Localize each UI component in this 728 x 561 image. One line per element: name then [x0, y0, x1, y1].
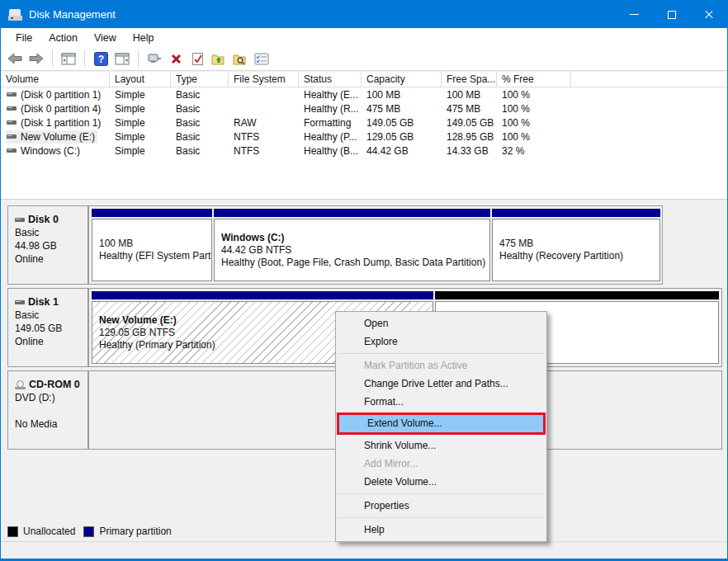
volume-icon: [7, 92, 17, 97]
partition-windows-c[interactable]: Windows (C:) 44.42 GB NTFS Healthy (Boot…: [214, 209, 490, 281]
partition-size: 475 MB: [499, 238, 653, 250]
menu-item-shrink-volume[interactable]: Shrink Volume...: [336, 436, 546, 455]
window-title: Disk Management: [29, 8, 116, 21]
partition-efi[interactable]: 100 MB Healthy (EFI System Parti: [92, 209, 212, 281]
folder-up-icon[interactable]: [210, 50, 227, 67]
col-free-space[interactable]: Free Spa...: [442, 72, 497, 87]
primary-partition-bar: [492, 209, 660, 217]
disk1-label[interactable]: Disk 1 Basic 149.05 GB Online: [7, 288, 88, 367]
col-volume[interactable]: Volume: [1, 72, 110, 87]
monitor-icon[interactable]: [146, 50, 163, 67]
col-file-system[interactable]: File System: [229, 72, 299, 87]
unallocated-bar: [435, 291, 719, 299]
help-icon[interactable]: ?: [92, 50, 109, 67]
cdrom-label[interactable]: CD-ROM 0 DVD (D:) No Media: [7, 370, 88, 450]
menu-item-format[interactable]: Format...: [336, 393, 546, 411]
cdrom-name: CD-ROM 0: [29, 378, 80, 391]
disk-icon: [15, 218, 25, 222]
layout-cell: Simple: [110, 117, 171, 129]
cd-icon: [15, 380, 26, 389]
type-cell: Basic: [171, 145, 229, 157]
menu-item-change-drive-letter[interactable]: Change Drive Letter and Paths...: [336, 375, 546, 393]
volume-name-cell: Windows (C:): [1, 144, 110, 158]
col-layout[interactable]: Layout: [110, 72, 171, 87]
partition-context-menu: Open Explore Mark Partition as Active Ch…: [335, 311, 547, 542]
menu-action[interactable]: Action: [40, 30, 86, 46]
cdrom-type: DVD (D:): [15, 391, 83, 404]
table-row[interactable]: (Disk 1 partition 1) Simple Basic RAW Fo…: [1, 116, 727, 130]
menu-view[interactable]: View: [86, 30, 125, 46]
show-console-tree-icon[interactable]: [60, 50, 77, 67]
pct-free-cell: 100 %: [497, 89, 571, 101]
table-row[interactable]: Windows (C:) Simple Basic NTFS Healthy (…: [1, 144, 727, 158]
volume-icon: [7, 106, 17, 111]
status-cell: Healthy (E...: [299, 89, 362, 101]
checklist-icon[interactable]: [253, 50, 270, 67]
menu-separator: [338, 493, 545, 494]
menu-item-properties[interactable]: Properties: [336, 497, 546, 515]
title-bar: Disk Management: [1, 1, 727, 28]
free-space-cell: 100 MB: [442, 89, 497, 101]
menu-bar: File Action View Help: [1, 28, 727, 47]
check-document-icon[interactable]: [189, 50, 206, 67]
disk-status: Online: [15, 335, 83, 348]
col-capacity[interactable]: Capacity: [362, 72, 442, 87]
free-space-cell: 475 MB: [442, 103, 497, 115]
disk0-label[interactable]: Disk 0 Basic 44.98 GB Online: [7, 205, 88, 285]
volume-name: (Disk 1 partition 1): [21, 117, 101, 129]
menu-file[interactable]: File: [7, 30, 40, 46]
partition-size: 100 MB: [99, 238, 205, 250]
status-cell: Healthy (R...: [299, 103, 362, 115]
menu-item-delete-volume[interactable]: Delete Volume...: [336, 473, 546, 491]
volume-icon: [7, 134, 17, 139]
col-pct-free[interactable]: % Free: [497, 72, 571, 87]
show-action-pane-icon[interactable]: [114, 50, 130, 67]
close-button[interactable]: [690, 1, 727, 28]
table-row[interactable]: (Disk 0 partition 4) Simple Basic Health…: [1, 101, 727, 116]
partition-status: Healthy (Boot, Page File, Crash Dump, Ba…: [221, 257, 483, 269]
disk0-graph: 100 MB Healthy (EFI System Parti Windows…: [88, 205, 663, 285]
partition-recovery[interactable]: 475 MB Healthy (Recovery Partition): [492, 209, 660, 281]
table-row-selected[interactable]: New Volume (E:) Simple Basic NTFS Health…: [1, 130, 727, 144]
col-status[interactable]: Status: [299, 72, 362, 87]
maximize-icon: [668, 11, 676, 19]
col-type[interactable]: Type: [171, 72, 229, 87]
volume-name: (Disk 0 partition 1): [21, 89, 101, 101]
disk-management-window: Disk Management File Action View Help ?: [0, 0, 728, 561]
status-cell: Healthy (P...: [299, 131, 362, 143]
disk-icon: [15, 300, 25, 304]
volume-icon: [7, 148, 17, 153]
primary-partition-bar: [214, 209, 490, 217]
volume-name: (Disk 0 partition 4): [21, 103, 101, 115]
primary-partition-bar: [92, 291, 433, 299]
folder-search-icon[interactable]: [232, 50, 248, 67]
table-row[interactable]: (Disk 0 partition 1) Simple Basic Health…: [1, 87, 727, 101]
legend-unallocated: Unallocated: [7, 526, 75, 537]
close-icon: [704, 10, 714, 20]
cdrom-status: No Media: [15, 417, 83, 431]
type-cell: Basic: [171, 103, 229, 115]
minimize-button[interactable]: [616, 1, 653, 28]
maximize-button[interactable]: [653, 1, 690, 28]
primary-partition-swatch: [83, 526, 94, 537]
volume-name-cell: (Disk 1 partition 1): [1, 116, 110, 130]
disk-status: Online: [15, 252, 83, 266]
menu-item-extend-volume[interactable]: Extend Volume...: [339, 415, 543, 432]
disk-size: 44.98 GB: [15, 239, 83, 252]
col-empty: [571, 72, 727, 87]
disk-type: Basic: [15, 226, 83, 239]
menu-help[interactable]: Help: [125, 30, 163, 46]
partition-size: 44.42 GB NTFS: [221, 244, 483, 257]
forward-icon[interactable]: [28, 50, 45, 67]
disk-drive-icon: [8, 9, 22, 21]
menu-item-help[interactable]: Help: [336, 521, 546, 539]
volume-table-header: Volume Layout Type File System Status Ca…: [1, 72, 727, 87]
file-system-cell: NTFS: [229, 131, 299, 143]
toolbar-separator: [84, 50, 85, 67]
menu-item-open[interactable]: Open: [336, 314, 546, 332]
back-icon[interactable]: [7, 50, 23, 67]
free-space-cell: 14.33 GB: [442, 145, 497, 157]
menu-item-explore[interactable]: Explore: [336, 332, 546, 351]
volume-name: New Volume (E:): [21, 131, 95, 143]
delete-icon[interactable]: [168, 50, 184, 67]
